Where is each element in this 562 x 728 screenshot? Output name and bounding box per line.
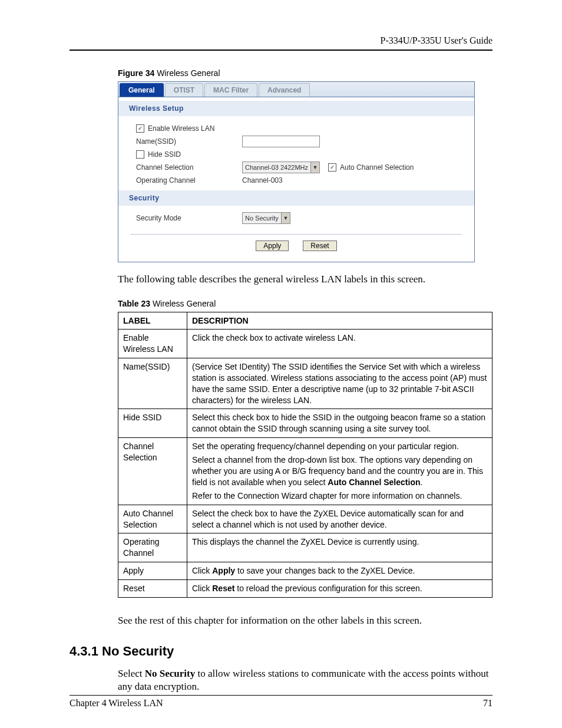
operating-channel-label: Operating Channel xyxy=(136,176,196,185)
desc-line: (Service Set IDentity) The SSID identifi… xyxy=(192,361,487,406)
tab-general[interactable]: General xyxy=(120,83,164,97)
cell-description: Select this check box to hide the SSID i… xyxy=(187,409,492,438)
cell-description: Click the check box to activate wireless… xyxy=(187,330,492,358)
cell-description: This displays the channel the ZyXEL Devi… xyxy=(187,533,492,562)
cell-label: Auto Channel Selection xyxy=(118,505,187,533)
enable-wireless-checkbox[interactable]: ✓ xyxy=(136,124,144,133)
cell-description: Set the operating frequency/channel depe… xyxy=(187,438,492,505)
after-table-paragraph: See the rest of this chapter for informa… xyxy=(118,614,492,627)
table-row: Enable Wireless LANClick the check box t… xyxy=(118,330,492,358)
desc-line: Refer to the Connection Wizard chapter f… xyxy=(192,490,487,502)
security-mode-label: Security Mode xyxy=(136,214,181,222)
wireless-setup-form: ✓ Enable Wireless LAN Name(SSID) Hide SS… xyxy=(118,116,474,190)
desc-line: Click Reset to reload the previous confi… xyxy=(192,583,487,594)
cell-description: Click Reset to reload the previous confi… xyxy=(187,580,492,598)
table-row: Name(SSID)(Service Set IDentity) The SSI… xyxy=(118,358,492,409)
auto-channel-label: Auto Channel Selection xyxy=(340,163,414,172)
chevron-down-icon: ▼ xyxy=(310,162,319,173)
table-row: ApplyClick Apply to save your changes ba… xyxy=(118,562,492,580)
tabs: General OTIST MAC Filter Advanced xyxy=(118,82,474,97)
desc-line: Set the operating frequency/channel depe… xyxy=(192,441,487,452)
security-mode-value: No Security xyxy=(243,215,281,222)
tab-otist[interactable]: OTIST xyxy=(165,83,203,97)
table-row: Channel SelectionSet the operating frequ… xyxy=(118,438,492,505)
channel-selection-value: Channel-03 2422MHz xyxy=(243,164,310,171)
cell-label: Channel Selection xyxy=(118,438,187,505)
security-mode-dropdown[interactable]: No Security ▼ xyxy=(242,212,290,224)
table-label: Table 23 xyxy=(118,299,150,308)
reset-button[interactable]: Reset xyxy=(303,241,336,251)
cell-label: Reset xyxy=(118,580,187,598)
cell-label: Enable Wireless LAN xyxy=(118,330,187,358)
figure-text: Wireless General xyxy=(154,68,220,78)
desc-line: Select a channel from the drop-down list… xyxy=(192,454,487,488)
intro-paragraph: The following table describes the genera… xyxy=(118,273,492,286)
section-wireless-setup: Wireless Setup xyxy=(118,101,474,116)
cell-label: Apply xyxy=(118,562,187,580)
cell-description: Click Apply to save your changes back to… xyxy=(187,562,492,580)
table-row: Auto Channel SelectionSelect the check b… xyxy=(118,505,492,533)
auto-channel-checkbox[interactable]: ✓ xyxy=(328,163,336,172)
cell-label: Name(SSID) xyxy=(118,358,187,409)
cell-description: (Service Set IDentity) The SSID identifi… xyxy=(187,358,492,409)
button-row: Apply Reset xyxy=(118,239,474,253)
apply-button[interactable]: Apply xyxy=(256,241,289,251)
cell-label: Operating Channel xyxy=(118,533,187,562)
desc-line: Click Apply to save your changes back to… xyxy=(192,565,487,577)
panel: Wireless Setup ✓ Enable Wireless LAN Nam… xyxy=(118,97,474,262)
footer-left: Chapter 4 Wireless LAN xyxy=(70,698,163,709)
separator xyxy=(131,234,461,235)
figure-label: Figure 34 xyxy=(118,68,154,78)
operating-channel-value: Channel-003 xyxy=(242,176,283,185)
security-form: Security Mode No Security ▼ xyxy=(118,206,474,228)
hide-ssid-label: Hide SSID xyxy=(148,150,181,159)
section-heading: 4.3.1 No Security xyxy=(70,644,492,659)
table-row: ResetClick Reset to reload the previous … xyxy=(118,580,492,598)
tab-advanced[interactable]: Advanced xyxy=(259,83,310,97)
nosec-bold: No Security xyxy=(145,668,195,679)
header-rule xyxy=(70,50,492,51)
table-text: Wireless General xyxy=(150,299,216,308)
footer: Chapter 4 Wireless LAN 71 xyxy=(70,695,492,709)
channel-selection-dropdown[interactable]: Channel-03 2422MHz ▼ xyxy=(242,162,320,173)
tab-mac-filter[interactable]: MAC Filter xyxy=(204,83,257,97)
name-ssid-label: Name(SSID) xyxy=(136,137,176,146)
table-caption: Table 23 Wireless General xyxy=(118,299,492,308)
wireless-general-table: LABEL DESCRIPTION Enable Wireless LANCli… xyxy=(118,312,492,598)
doc-header: P-334U/P-335U User's Guide xyxy=(70,35,492,50)
name-ssid-input[interactable] xyxy=(242,136,320,147)
section-security: Security xyxy=(118,190,474,206)
desc-line: Select the check box to have the ZyXEL D… xyxy=(192,508,487,531)
th-label: LABEL xyxy=(118,312,187,330)
chevron-down-icon: ▼ xyxy=(281,213,290,223)
table-row: Operating ChannelThis displays the chann… xyxy=(118,533,492,562)
th-description: DESCRIPTION xyxy=(187,312,492,330)
nosec-pre: Select xyxy=(118,668,145,679)
desc-line: This displays the channel the ZyXEL Devi… xyxy=(192,536,487,548)
cell-label: Hide SSID xyxy=(118,409,187,438)
desc-line: Click the check box to activate wireless… xyxy=(192,332,487,344)
hide-ssid-checkbox[interactable] xyxy=(136,150,144,159)
wireless-general-screenshot: General OTIST MAC Filter Advanced Wirele… xyxy=(118,81,475,262)
cell-description: Select the check box to have the ZyXEL D… xyxy=(187,505,492,533)
no-security-paragraph: Select No Security to allow wireless sta… xyxy=(118,667,492,693)
table-row: Hide SSIDSelect this check box to hide t… xyxy=(118,409,492,438)
enable-wireless-label: Enable Wireless LAN xyxy=(148,124,214,133)
desc-line: Select this check box to hide the SSID i… xyxy=(192,412,487,434)
figure-caption: Figure 34 Wireless General xyxy=(118,68,492,78)
footer-rule xyxy=(70,695,492,696)
channel-selection-label: Channel Selection xyxy=(136,163,193,172)
footer-right: 71 xyxy=(483,698,492,709)
